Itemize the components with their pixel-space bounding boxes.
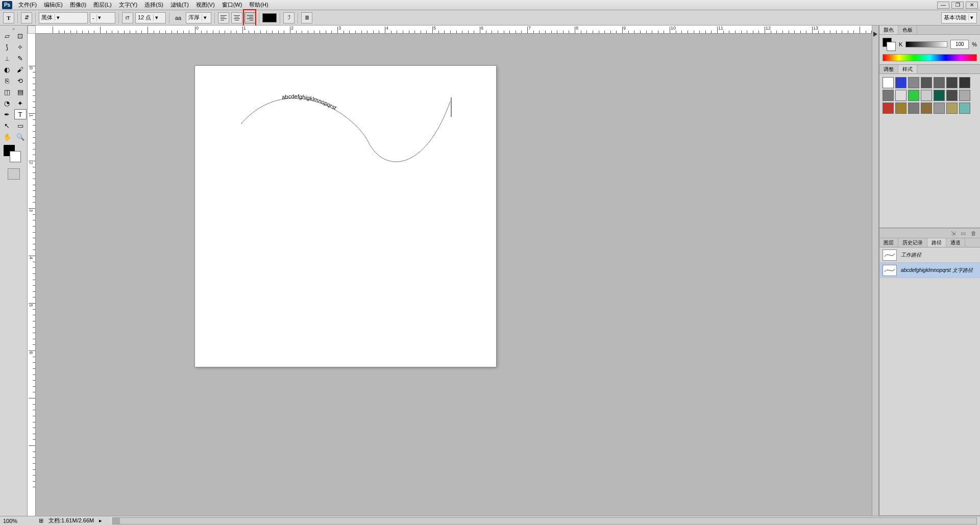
tool-stamp[interactable]: ⎘ <box>1 76 13 86</box>
minimize-button[interactable]: — <box>937 2 949 9</box>
ruler-vertical[interactable]: 0123456 <box>28 34 36 516</box>
tool-type[interactable]: T <box>14 109 27 119</box>
link-icon[interactable]: ⇲ <box>949 230 957 237</box>
background-color[interactable] <box>10 151 21 162</box>
align-left-button[interactable] <box>218 12 229 23</box>
style-swatch-8[interactable] <box>895 90 906 101</box>
k-slider[interactable] <box>905 41 947 47</box>
horizontal-scrollbar[interactable] <box>112 517 977 524</box>
tool-wand[interactable]: ✧ <box>14 42 27 52</box>
canvas-area[interactable]: abcdefghigklmnopqrst <box>36 34 872 516</box>
style-swatch-13[interactable] <box>959 90 970 101</box>
style-swatch-14[interactable] <box>883 103 894 114</box>
tab-swatches[interactable]: 色板 <box>898 26 917 34</box>
text-color-swatch[interactable] <box>262 13 277 22</box>
tool-eyedropper[interactable]: ✎ <box>14 53 27 63</box>
menu-edit[interactable]: 编辑(E) <box>42 0 65 10</box>
character-panel-button[interactable]: ≣ <box>301 12 312 23</box>
tool-history[interactable]: ⟲ <box>14 76 27 86</box>
tool-preset-button[interactable]: T <box>3 12 14 23</box>
path-text[interactable]: abcdefghigklmnopqrst <box>281 93 337 111</box>
tool-hand[interactable]: ✋ <box>1 132 13 142</box>
doc-info-arrow[interactable]: ▸ <box>99 517 102 524</box>
style-swatch-12[interactable] <box>946 90 958 101</box>
menu-help[interactable]: 帮助(H) <box>247 0 270 10</box>
collapsed-panel-dock[interactable] <box>872 26 879 516</box>
tool-pen[interactable]: ✒ <box>1 109 13 119</box>
menu-file[interactable]: 文件(F) <box>16 0 39 10</box>
style-swatch-17[interactable] <box>921 103 932 114</box>
tab-layers[interactable]: 图层 <box>879 238 898 247</box>
restore-button[interactable]: ❐ <box>951 2 964 9</box>
style-swatch-9[interactable] <box>908 90 919 101</box>
menu-image[interactable]: 图像(I) <box>68 0 88 10</box>
menu-view[interactable]: 视图(V) <box>194 0 217 10</box>
style-swatch-4[interactable] <box>934 77 945 88</box>
tool-shape[interactable]: ▭ <box>14 120 27 131</box>
tab-styles[interactable]: 样式 <box>898 65 917 73</box>
tool-lasso[interactable]: ⟆ <box>1 42 13 52</box>
style-swatch-20[interactable] <box>959 103 970 114</box>
quickmask-button[interactable] <box>8 168 20 180</box>
doc-info[interactable]: 文档:1.61M/2.66M <box>48 517 94 524</box>
font-family-select[interactable]: 黑体▾ <box>39 12 88 23</box>
menu-layer[interactable]: 图层(L) <box>91 0 113 10</box>
tool-marquee[interactable]: ⊡ <box>14 31 27 41</box>
menu-type[interactable]: 文字(Y) <box>117 0 140 10</box>
style-swatch-16[interactable] <box>908 103 919 114</box>
tool-zoom[interactable]: 🔍 <box>14 132 27 142</box>
style-swatch-1[interactable] <box>895 77 906 88</box>
antialias-select[interactable]: 浑厚▾ <box>186 12 211 23</box>
style-swatch-7[interactable] <box>883 90 894 101</box>
expand-icon[interactable]: ⊞ <box>39 517 43 524</box>
new-style-icon[interactable]: ▭ <box>960 230 967 237</box>
style-swatch-11[interactable] <box>934 90 945 101</box>
font-style-select[interactable]: -▾ <box>90 12 115 23</box>
align-right-button[interactable] <box>244 12 256 23</box>
color-picker[interactable] <box>4 145 24 165</box>
align-left-icon <box>220 15 227 20</box>
color-spectrum[interactable] <box>883 54 977 61</box>
tab-color[interactable]: 颜色 <box>879 26 898 34</box>
tool-gradient[interactable]: ▤ <box>14 87 27 97</box>
tab-paths[interactable]: 路径 <box>927 238 946 247</box>
close-button[interactable]: ✕ <box>966 2 978 9</box>
style-swatch-3[interactable] <box>921 77 932 88</box>
tab-history[interactable]: 历史记录 <box>898 238 927 247</box>
style-swatch-15[interactable] <box>895 103 906 114</box>
panel-color-swatches[interactable] <box>883 38 896 51</box>
tool-crop[interactable]: ⟂ <box>1 53 13 63</box>
tab-channels[interactable]: 通道 <box>946 238 965 247</box>
style-swatch-0[interactable] <box>883 77 894 88</box>
tool-eraser[interactable]: ◫ <box>1 87 13 97</box>
tool-path[interactable]: ↖ <box>1 120 13 131</box>
warp-text-button[interactable]: ℐ <box>283 12 295 23</box>
tool-blur[interactable]: ◔ <box>1 98 13 108</box>
ruler-horizontal[interactable]: 012345678910111213 <box>36 26 872 34</box>
style-swatch-18[interactable] <box>934 103 945 114</box>
k-value[interactable]: 100 <box>950 40 969 49</box>
menu-window[interactable]: 窗口(W) <box>220 0 244 10</box>
font-size-select[interactable]: 12 点▾ <box>135 12 166 23</box>
tool-move[interactable]: ▱ <box>1 31 13 41</box>
menu-select[interactable]: 选择(S) <box>142 0 165 10</box>
workspace-switcher[interactable]: 基本功能▾ <box>941 12 977 23</box>
style-swatch-19[interactable] <box>946 103 958 114</box>
tool-brush[interactable]: 🖌 <box>14 64 27 74</box>
style-swatch-5[interactable] <box>946 77 958 88</box>
text-orientation-button[interactable]: ⇵ <box>21 12 32 23</box>
path-item-0[interactable]: 工作路径 <box>879 247 980 263</box>
tool-heal[interactable]: ◐ <box>1 64 13 74</box>
document-canvas[interactable]: abcdefghigklmnopqrst <box>195 66 496 367</box>
menu-filter[interactable]: 滤镜(T) <box>168 0 191 10</box>
tool-dodge[interactable]: ✦ <box>14 98 27 108</box>
ruler-origin[interactable] <box>28 26 36 34</box>
style-swatch-2[interactable] <box>908 77 919 88</box>
trash-icon[interactable]: 🗑 <box>970 230 977 237</box>
style-swatch-10[interactable] <box>921 90 932 101</box>
zoom-level[interactable]: 100% <box>3 518 34 524</box>
tab-adjustments[interactable]: 调整 <box>879 65 898 73</box>
path-item-1[interactable]: abcdefghigklmnopqrst 文字路径 <box>879 263 980 278</box>
style-swatch-6[interactable] <box>959 77 970 88</box>
align-center-button[interactable] <box>231 12 242 23</box>
